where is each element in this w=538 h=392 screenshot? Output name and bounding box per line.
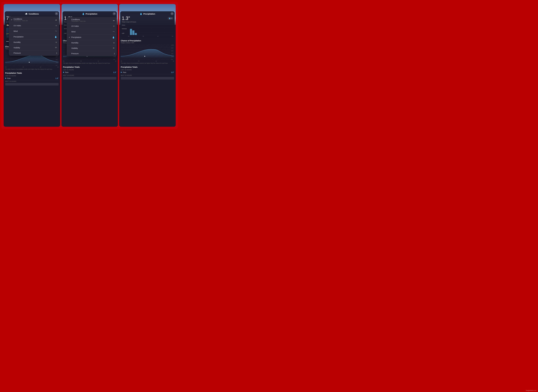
totals-last24-3: LAST 24 HOURS — [121, 69, 174, 70]
dropdown-menu-2: Conditions Temperature · Feels Like ☁ UV… — [67, 17, 117, 56]
svg-point-12 — [29, 62, 30, 63]
dropdown-item-humidity[interactable]: Humidity ≋ — [9, 40, 59, 45]
bar-label-moderate-3: Moderate — [122, 28, 127, 29]
t-label-06-2: 06 — [80, 61, 82, 62]
dropdown-label-humidity: Humidity — [14, 41, 54, 43]
dropdown-label-uv: UV Index — [14, 25, 54, 27]
card-title-1: Conditions — [29, 13, 39, 15]
totals-divider-3 — [121, 74, 174, 74]
dropdown-label-uv-2: UV Index — [71, 25, 112, 27]
totals-next24-2: NEXT 24 HOURS — [63, 75, 116, 76]
precip-header-card-3: 💧 Precipitation 1.3" 💧 ▾ Total in last 2… — [120, 11, 175, 38]
dropdown-item-visibility[interactable]: Visibility 👁 — [9, 45, 59, 51]
dropdown-item-pressure[interactable]: Pressure ℹ — [9, 51, 59, 56]
svg-point-51 — [144, 56, 145, 57]
dropdown-label-humidity-2: Humidity — [71, 42, 112, 44]
dropdown-label-visibility-2: Visibility — [71, 47, 112, 49]
card-title-3: Precipitation — [143, 13, 155, 15]
dropdown-label-conditions: Conditions — [14, 18, 54, 20]
t-label-18-3: 18 — [173, 61, 174, 62]
totals-divider-1 — [5, 80, 59, 80]
chart-note-2: The daily chance of precipitation tends … — [63, 62, 116, 64]
precip-title-icon-2: 💧 — [82, 13, 85, 15]
checkmark-conditions: ✓ — [11, 19, 14, 21]
close-button-2[interactable]: × — [113, 12, 116, 15]
t-label-00-2: 00 — [63, 61, 64, 62]
dropdown-icon-3: 💧 — [169, 17, 171, 19]
next24-bar-1 — [5, 83, 59, 85]
phone-screen-2: 09:41 ▎▎▎ × 💧 Precipitation 1. — [61, 4, 118, 127]
dropdown-icon-pressure: ℹ — [54, 52, 57, 54]
dropdown-label-precip: Precipitation — [14, 36, 54, 38]
close-button-3[interactable]: × — [171, 12, 174, 15]
bar-t-06-3: 06 — [143, 36, 144, 37]
dropdown-icon-visibility-2: 👁 — [112, 47, 115, 49]
svg-rect-41 — [132, 30, 134, 35]
t-label-12-2: 12 — [98, 61, 99, 62]
dropdown-label-wind: Wind — [14, 30, 54, 32]
dropdown-item-uv-2[interactable]: UV Index ☀ — [67, 23, 117, 29]
dropdown-icon-precip-2: 💧 — [112, 36, 115, 39]
rain-label-2: Rain — [65, 71, 113, 73]
t-label-00: 00 — [5, 66, 6, 68]
bar-t-00-3: 00 — [128, 36, 129, 37]
dropdown-icon-uv: ☀ — [54, 24, 57, 27]
dropdown-item-visibility-2[interactable]: Visibility 👁 — [67, 46, 117, 51]
dropdown-item-wind-2[interactable]: Wind 〜 — [67, 29, 117, 35]
dropdown-icon-precip: 💧 — [54, 36, 57, 38]
precip-amount-3: 1.3" — [122, 16, 130, 21]
close-button-1[interactable]: × — [55, 12, 58, 15]
dropdown-sub-conditions-2: Temperature · Feels Like — [71, 21, 112, 22]
dropdown-item-uv[interactable]: UV Index ☀ — [9, 23, 59, 28]
dropdown-icon-wind: 〜 — [54, 30, 57, 33]
bar-time-labels-3: 00 06 12 18 — [122, 36, 173, 37]
panel-content-2: × 💧 Precipitation 1.3" 💧 ▾ Total in last… — [61, 8, 118, 127]
bar-t-12-3: 12 — [157, 36, 158, 37]
card-header-3: 💧 Precipitation — [122, 13, 173, 15]
section-body-3: Chance of Precipitation Today's chance: … — [119, 39, 176, 65]
y-label-0: 0% — [56, 65, 58, 66]
totals-section-1: Precipitation Totals LAST 24 HOURS Rain … — [4, 71, 60, 87]
precip-sub-card-3: Total in last 24 hours — [122, 21, 173, 23]
precip-time-labels-3: 00 06 12 18 — [121, 60, 174, 62]
dropdown-icon-pressure-2: ℹ — [112, 52, 115, 55]
dropdown-item-humidity-2[interactable]: Humidity ≋ — [67, 40, 117, 46]
dropdown-icon-conditions: ☁ — [54, 19, 57, 21]
chart-note-3: The daily chance of precipitation tends … — [121, 62, 174, 64]
totals-section-2: Precipitation Totals LAST 24 HOURS Rain … — [61, 65, 118, 81]
t-label-00-3: 00 — [121, 61, 122, 62]
precip-time-labels-2: 00 06 12 18 — [63, 60, 116, 62]
dropdown-label-wind-2: Wind — [71, 31, 112, 33]
dropdown-item-wind[interactable]: Wind 〜 — [9, 28, 59, 34]
bar-label-heavy-3: Heavy — [122, 24, 125, 26]
dropdown-label-precip-2: Precipitation — [71, 36, 112, 38]
dropdown-icon-humidity-2: ≋ — [112, 42, 115, 44]
precip-bar-chart-3: Heavy Moderate Light — [122, 24, 173, 36]
dropdown-icon-wind-2: 〜 — [112, 30, 115, 33]
t-label-12-3: 12 — [155, 61, 157, 62]
precip-heading-3: Chance of Precipitation — [121, 40, 174, 42]
scroll-area-3[interactable]: Chance of Precipitation Today's chance: … — [119, 39, 176, 127]
totals-heading-1: Precipitation Totals — [5, 72, 59, 74]
dropdown-label-visibility: Visibility — [14, 47, 54, 49]
scroll-area-1[interactable]: Chance of Precipitation Today's chance: … — [4, 45, 60, 127]
rain-value-1: 1.3" — [55, 77, 59, 79]
cloud-icon-sm: ⛅ — [6, 24, 9, 27]
dropdown-item-pressure-2[interactable]: Pressure ℹ — [67, 51, 117, 56]
rain-value-2: 1.3" — [113, 71, 116, 73]
totals-next24-1: NEXT 24 HOURS — [5, 81, 59, 82]
precip-line-svg-3 — [121, 45, 174, 58]
next24-bar-2 — [63, 77, 116, 79]
t-label-18: 18 — [57, 66, 59, 68]
dropdown-label-pressure-2: Pressure — [71, 52, 112, 55]
dropdown-icon-conditions-2: ☁ — [112, 19, 115, 21]
dropdown-item-precip-2[interactable]: ✓ Precipitation 💧 — [67, 35, 117, 40]
totals-row-rain-1: Rain 1.3" — [5, 77, 59, 79]
dropdown-toggle-3[interactable]: 💧 ▾ — [168, 17, 173, 20]
dropdown-item-conditions-2[interactable]: Conditions Temperature · Feels Like ☁ — [67, 17, 117, 23]
precip-chart-3: 100% 80% 60% 40% 20% 0% — [121, 45, 174, 60]
next24-bar-3 — [121, 77, 174, 79]
panel-content-1: × ☁️ Conditions 70° 🌤 ☁ ▾ H:75° L:63° — [4, 8, 60, 127]
dropdown-item-conditions[interactable]: ✓ Conditions Temperature · Feels Like ☁ — [9, 17, 59, 23]
dropdown-item-precip[interactable]: Precipitation 💧 — [9, 34, 59, 40]
